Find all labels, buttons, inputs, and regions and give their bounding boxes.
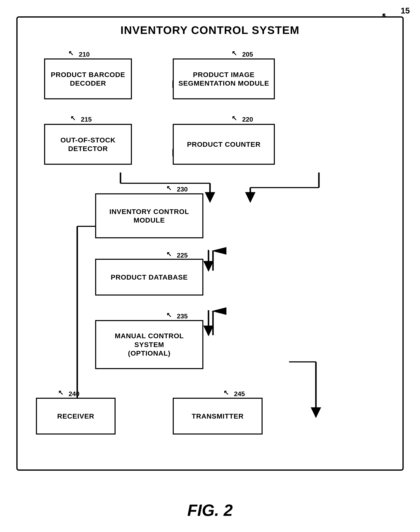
block-image-segmentation-label: PRODUCT IMAGESEGMENTATION MODULE	[179, 70, 269, 88]
block-image-segmentation: PRODUCT IMAGESEGMENTATION MODULE	[173, 58, 275, 99]
block-product-counter: PRODUCT COUNTER	[173, 124, 275, 165]
block-barcode-decoder-label: PRODUCT BARCODEDECODER	[51, 70, 125, 88]
diagram-outer: INVENTORY CONTROL SYSTEM	[16, 16, 404, 471]
system-title: INVENTORY CONTROL SYSTEM	[17, 24, 403, 36]
ref-arrow-pd: ↖	[166, 250, 172, 258]
ref-arrow-trans: ↖	[223, 389, 229, 397]
ref-arrow-oos: ↖	[70, 114, 76, 122]
block-receiver-label: RECEIVER	[57, 412, 94, 421]
block-product-database: PRODUCT DATABASE	[95, 259, 203, 295]
ref-transmitter: 245	[234, 390, 245, 398]
ref-arrow-barcode: ↖	[68, 49, 74, 57]
block-manual-control: MANUAL CONTROLSYSTEM(OPTIONAL)	[95, 320, 203, 369]
block-barcode-decoder: PRODUCT BARCODEDECODER	[44, 58, 132, 99]
ref-image-segmentation: 205	[242, 51, 253, 58]
block-transmitter-label: TRANSMITTER	[192, 412, 244, 421]
block-inventory-control: INVENTORY CONTROLMODULE	[95, 193, 203, 238]
block-out-of-stock: OUT-OF-STOCKDETECTOR	[44, 124, 132, 165]
ref-arrow-ic: ↖	[166, 184, 172, 192]
ref-arrow-recv: ↖	[58, 389, 63, 397]
corner-ref-label: 15	[401, 6, 410, 15]
block-transmitter: TRANSMITTER	[173, 398, 263, 435]
ref-product-counter: 220	[242, 116, 253, 123]
ref-arrow-image-seg: ↖	[232, 49, 237, 57]
block-product-database-label: PRODUCT DATABASE	[111, 273, 188, 282]
ref-barcode-decoder: 210	[79, 51, 90, 58]
ref-manual-control: 235	[177, 312, 188, 320]
ref-inventory-control: 230	[177, 186, 188, 193]
block-manual-control-label: MANUAL CONTROLSYSTEM(OPTIONAL)	[115, 332, 184, 358]
block-inventory-control-label: INVENTORY CONTROLMODULE	[109, 207, 189, 225]
fig-caption: FIG. 2	[0, 501, 420, 520]
block-receiver: RECEIVER	[36, 398, 116, 435]
ref-receiver: 240	[69, 390, 79, 398]
block-out-of-stock-label: OUT-OF-STOCKDETECTOR	[60, 136, 116, 153]
block-product-counter-label: PRODUCT COUNTER	[187, 140, 261, 149]
ref-arrow-pc: ↖	[232, 114, 237, 122]
ref-out-of-stock: 215	[81, 116, 92, 123]
ref-product-database: 225	[177, 252, 188, 259]
ref-arrow-mc: ↖	[166, 311, 172, 319]
